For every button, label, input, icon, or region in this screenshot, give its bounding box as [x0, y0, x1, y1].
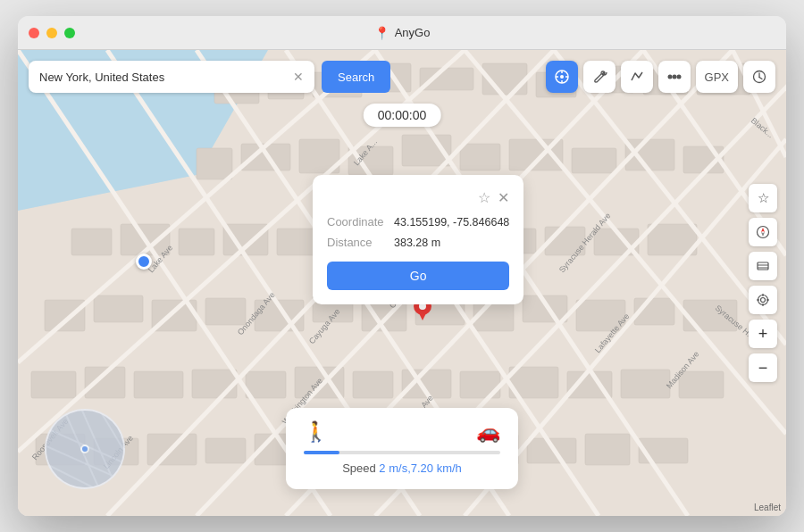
zoom-in-button[interactable]: +: [749, 320, 777, 348]
crosshair-tool-button[interactable]: [546, 61, 578, 93]
app-name: AnyGo: [395, 26, 431, 39]
zoom-out-button[interactable]: −: [749, 353, 777, 382]
svg-rect-51: [134, 371, 183, 398]
svg-rect-60: [621, 370, 670, 398]
titlebar: 📍 AnyGo: [18, 16, 786, 50]
distance-value: 383.28 m: [394, 237, 440, 249]
svg-rect-21: [572, 148, 616, 173]
coordinate-value: 43.155199, -75.846648: [394, 216, 509, 229]
popup-close-button[interactable]: ✕: [498, 189, 509, 206]
mini-map: [45, 409, 125, 489]
map-container[interactable]: Lake Ave Onondaga Ave Cayuga Ave Oswego …: [18, 50, 786, 516]
route-tool-3-button[interactable]: [658, 61, 691, 93]
route-tool-2-button[interactable]: [621, 61, 653, 93]
svg-point-116: [672, 75, 676, 79]
clock-button[interactable]: [743, 61, 775, 93]
toolbar-right: GPX: [546, 61, 775, 93]
timer-value: 00:00:00: [378, 108, 427, 122]
coordinate-label: Coordinate: [327, 215, 394, 229]
clear-icon[interactable]: ✕: [293, 70, 304, 84]
svg-point-114: [560, 75, 564, 79]
svg-point-115: [667, 75, 672, 79]
app-icon: 📍: [374, 26, 389, 40]
svg-rect-26: [179, 229, 214, 255]
svg-point-134: [758, 295, 768, 305]
svg-point-117: [676, 75, 681, 79]
svg-rect-131: [758, 262, 768, 270]
layers-icon: [756, 259, 770, 273]
maximize-button[interactable]: [64, 28, 75, 38]
search-input[interactable]: [39, 71, 293, 84]
svg-rect-72: [585, 434, 630, 465]
gpx-button[interactable]: GPX: [696, 61, 738, 93]
svg-rect-121: [46, 411, 125, 489]
svg-rect-39: [205, 298, 246, 325]
mini-map-svg: [46, 411, 125, 489]
distance-label: Distance: [327, 236, 394, 249]
svg-rect-55: [353, 371, 393, 398]
car-icon: 🚗: [476, 420, 500, 444]
layers-button[interactable]: [749, 252, 777, 280]
location-dot: [136, 254, 152, 270]
compass-button[interactable]: [749, 218, 777, 246]
speed-icons: 🚶 🚗: [304, 420, 500, 444]
speed-slider-track[interactable]: [304, 451, 500, 454]
traffic-lights: [29, 28, 75, 38]
distance-row: Distance 383.28 m: [327, 236, 509, 249]
search-area: ✕: [29, 61, 314, 93]
timer-badge: 00:00:00: [364, 104, 441, 127]
svg-rect-14: [197, 148, 232, 179]
svg-line-120: [759, 78, 762, 79]
svg-rect-61: [679, 371, 724, 398]
svg-rect-36: [45, 300, 85, 331]
svg-rect-19: [460, 144, 500, 170]
speed-slider-fill: [304, 451, 339, 454]
svg-rect-37: [94, 295, 143, 322]
leaflet-label: Leaflet: [754, 503, 781, 512]
minimize-button[interactable]: [46, 28, 57, 38]
svg-rect-28: [277, 229, 317, 255]
app-title: 📍 AnyGo: [374, 26, 431, 40]
path-icon: [629, 69, 645, 85]
search-button[interactable]: Search: [322, 61, 390, 93]
svg-rect-24: [71, 229, 112, 255]
svg-rect-71: [527, 438, 576, 463]
svg-rect-27: [223, 224, 268, 255]
app-window: 📍 AnyGo: [18, 16, 786, 516]
wrench-icon: [591, 69, 607, 85]
speed-panel: 🚶 🚗 Speed 2 m/s,7.20 km/h: [286, 408, 518, 489]
coordinate-row: Coordinate 43.155199, -75.846648: [327, 215, 509, 229]
nodes-icon: [666, 69, 683, 85]
speed-text: Speed 2 m/s,7.20 km/h: [304, 461, 500, 475]
compass-icon: [756, 225, 770, 239]
clock-icon: [752, 70, 766, 84]
popup-star-button[interactable]: ☆: [478, 189, 490, 206]
svg-rect-52: [192, 370, 237, 398]
target-button[interactable]: [749, 286, 777, 314]
svg-rect-65: [205, 438, 246, 463]
speed-value: 2 m/s,7.20 km/h: [379, 461, 461, 475]
svg-marker-130: [761, 232, 765, 237]
mini-map-grid: [46, 411, 123, 487]
speed-label: Speed: [342, 461, 376, 475]
crosshair-icon: [554, 69, 570, 85]
right-tools: ☆: [749, 184, 777, 382]
info-popup: ☆ ✕ Coordinate 43.155199, -75.846648 Dis…: [313, 175, 523, 304]
walk-icon: 🚶: [304, 420, 328, 444]
popup-header: ☆ ✕: [327, 189, 509, 206]
top-bar: ✕ Search: [29, 61, 775, 93]
svg-marker-129: [761, 228, 765, 232]
leaflet-badge: Leaflet: [754, 503, 781, 512]
star-button[interactable]: ☆: [749, 184, 777, 212]
go-button[interactable]: Go: [327, 262, 509, 290]
target-icon: [756, 293, 770, 307]
svg-point-135: [761, 298, 766, 303]
route-tool-1-button[interactable]: [583, 61, 616, 93]
close-button[interactable]: [29, 28, 39, 38]
svg-rect-53: [246, 371, 286, 398]
svg-rect-49: [31, 371, 76, 398]
